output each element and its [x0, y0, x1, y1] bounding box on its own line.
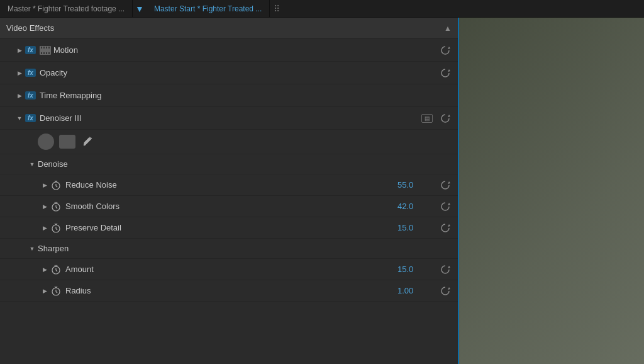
header-tab-2[interactable]: Master Start * Fighter Treated ... [147, 0, 270, 17]
amount-value[interactable]: 15.0 [397, 264, 435, 274]
opacity-effect-name: Opacity [40, 68, 397, 77]
svg-rect-8 [48, 52, 50, 54]
reduce-noise-expand[interactable] [40, 181, 49, 190]
radius-expand[interactable] [40, 287, 49, 295]
radius-value[interactable]: 1.00 [397, 286, 435, 295]
ellipse-tool[interactable] [38, 134, 54, 150]
denoiser-tools-bar [0, 130, 458, 154]
scroll-up-arrow[interactable]: ▲ [444, 24, 452, 33]
preview-panel: ☞ [459, 18, 644, 364]
amount-name: Amount [65, 264, 397, 274]
svg-rect-5 [41, 52, 42, 54]
denoiser-reset-icon[interactable] [438, 111, 453, 126]
smooth-colors-reset[interactable] [438, 199, 453, 214]
radius-stopwatch[interactable] [50, 285, 62, 297]
rect-tool[interactable] [59, 135, 75, 149]
smooth-colors-expand[interactable] [40, 202, 49, 211]
header-tab-divider: ▼ [133, 4, 147, 14]
panel-header: Video Effects ▲ [0, 18, 458, 39]
opacity-effect-row[interactable]: fx Opacity [0, 62, 458, 84]
amount-stopwatch[interactable] [50, 264, 62, 275]
time-remapping-effect-row[interactable]: fx Time Remapping [0, 84, 458, 107]
preserve-detail-value[interactable]: 15.0 [397, 223, 435, 232]
reduce-noise-name: Reduce Noise [65, 180, 397, 190]
preserve-detail-row[interactable]: Preserve Detail 15.0 [0, 217, 458, 239]
opacity-expand-arrow[interactable] [15, 69, 24, 77]
panel-scroll[interactable]: fx Motion [0, 39, 458, 364]
header-bar: Master * Fighter Treated footage ... ▼ M… [0, 0, 644, 18]
motion-reset-icon[interactable] [438, 43, 453, 58]
denoiser-expand-arrow[interactable] [15, 114, 24, 123]
denoiser-mapping-icon[interactable]: ▤ [421, 114, 433, 123]
preserve-detail-name: Preserve Detail [65, 223, 397, 232]
amount-reset[interactable] [438, 262, 453, 277]
denoise-expand-arrow[interactable] [28, 160, 36, 169]
denoise-group-name: Denoise [38, 159, 68, 169]
preserve-detail-stopwatch[interactable] [50, 222, 62, 234]
radius-reset[interactable] [438, 283, 453, 299]
motion-fx-badge: fx [25, 46, 36, 54]
svg-rect-1 [41, 47, 42, 48]
motion-film-icon [40, 45, 51, 56]
denoiser-effect-name: Denoiser III [40, 113, 384, 123]
sharpen-group-header[interactable]: Sharpen [0, 239, 458, 259]
drag-handle: ⠿ [270, 4, 284, 14]
smooth-colors-value[interactable]: 42.0 [397, 202, 435, 211]
denoiser-effect-row[interactable]: fx Denoiser III ▤ [0, 107, 458, 130]
smooth-colors-row[interactable]: Smooth Colors 42.0 [0, 196, 458, 217]
denoise-group-header[interactable]: Denoise [0, 154, 458, 174]
smooth-colors-stopwatch[interactable] [50, 201, 62, 212]
svg-rect-4 [48, 47, 50, 48]
panel-title: Video Effects [6, 23, 54, 33]
sharpen-expand-arrow[interactable] [28, 244, 36, 253]
reduce-noise-row[interactable]: Reduce Noise 55.0 [0, 174, 458, 196]
sharpen-group-name: Sharpen [38, 244, 69, 253]
reduce-noise-stopwatch[interactable] [50, 179, 62, 191]
time-remapping-fx-badge: fx [25, 91, 36, 100]
radius-name: Radius [65, 286, 397, 295]
svg-line-13 [56, 186, 57, 187]
amount-row[interactable]: Amount 15.0 [0, 259, 458, 280]
svg-rect-6 [43, 52, 45, 54]
reduce-noise-value[interactable]: 55.0 [397, 180, 435, 190]
denoiser-fx-badge: fx [25, 114, 36, 122]
svg-rect-7 [46, 52, 47, 54]
svg-rect-3 [46, 47, 47, 48]
reduce-noise-reset[interactable] [438, 178, 453, 193]
motion-expand-arrow[interactable] [15, 46, 24, 55]
preserve-detail-expand[interactable] [40, 224, 49, 232]
opacity-reset-icon[interactable] [438, 65, 453, 81]
opacity-fx-badge: fx [25, 69, 36, 77]
motion-effect-row[interactable]: fx Motion [0, 39, 458, 62]
time-remapping-effect-name: Time Remapping [40, 91, 415, 100]
radius-row[interactable]: Radius 1.00 [0, 280, 458, 302]
amount-expand[interactable] [40, 265, 49, 274]
svg-line-18 [56, 207, 57, 208]
svg-line-23 [56, 229, 57, 230]
header-tab-1[interactable]: Master * Fighter Treated footage ... [0, 0, 133, 17]
svg-rect-2 [43, 47, 45, 48]
svg-line-33 [56, 292, 57, 293]
effects-panel: Video Effects ▲ fx [0, 18, 459, 364]
svg-line-28 [56, 270, 57, 271]
pen-tool[interactable] [80, 134, 97, 150]
main-layout: Video Effects ▲ fx [0, 18, 644, 364]
preserve-detail-reset[interactable] [438, 220, 453, 236]
motion-effect-name: Motion [53, 45, 397, 55]
time-remapping-expand-arrow[interactable] [15, 91, 24, 100]
preview-background [459, 18, 644, 364]
smooth-colors-name: Smooth Colors [65, 202, 397, 211]
